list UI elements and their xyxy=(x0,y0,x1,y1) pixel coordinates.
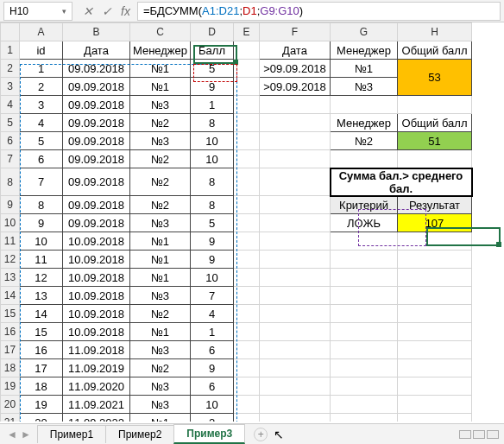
cell[interactable]: №3 xyxy=(331,78,398,96)
cell[interactable]: 09.09.2018 xyxy=(63,168,130,196)
row-header[interactable]: 7 xyxy=(1,150,20,168)
row-header[interactable]: 10 xyxy=(1,214,20,232)
cell[interactable]: 09.09.2018 xyxy=(63,78,130,96)
cell[interactable] xyxy=(260,359,331,377)
cell[interactable] xyxy=(398,359,472,377)
cell[interactable] xyxy=(331,396,398,414)
cell[interactable]: Общий балл xyxy=(398,114,472,132)
cell[interactable]: 2 xyxy=(20,78,63,96)
row-header[interactable]: 3 xyxy=(1,78,20,96)
cell[interactable]: 11.09.2019 xyxy=(63,359,130,377)
cell[interactable] xyxy=(331,287,398,305)
col-header-B[interactable]: B xyxy=(63,23,130,41)
cell[interactable]: 16 xyxy=(20,341,63,359)
cell[interactable]: №1 xyxy=(130,414,191,422)
row-header[interactable]: 2 xyxy=(1,60,20,78)
cell[interactable]: 5 xyxy=(20,132,63,150)
cell[interactable]: №1 xyxy=(130,60,191,78)
cell[interactable] xyxy=(234,168,260,196)
cell[interactable]: 09.09.2018 xyxy=(63,132,130,150)
cell[interactable]: Дата xyxy=(63,41,130,60)
cell[interactable] xyxy=(398,287,472,305)
row-header[interactable]: 9 xyxy=(1,196,20,214)
cell[interactable]: 4 xyxy=(191,305,234,323)
cell[interactable]: 10.09.2018 xyxy=(63,269,130,287)
cell[interactable]: 11.09.2018 xyxy=(63,341,130,359)
cell[interactable] xyxy=(331,251,398,269)
cell[interactable] xyxy=(331,323,398,341)
formula-input[interactable]: =БДСУММ(A1:D21;D1;G9:G10) xyxy=(137,2,501,21)
cell[interactable]: 09.09.2018 xyxy=(63,214,130,232)
cell[interactable] xyxy=(398,305,472,323)
cell[interactable]: 12 xyxy=(20,269,63,287)
cell[interactable]: №1 xyxy=(130,269,191,287)
cell[interactable] xyxy=(398,269,472,287)
cancel-icon[interactable]: ✕ xyxy=(83,4,93,18)
cell[interactable]: 8 xyxy=(191,114,234,132)
cell[interactable] xyxy=(331,341,398,359)
cell[interactable]: №2 xyxy=(331,132,398,150)
cell[interactable] xyxy=(331,96,398,114)
cell[interactable]: 11.09.2020 xyxy=(63,377,130,396)
spreadsheet-grid[interactable]: A B C D E F G H 1 id Дата Менеджер Балл … xyxy=(0,22,473,422)
cell[interactable]: 10.09.2018 xyxy=(63,323,130,341)
cell[interactable]: Менеджер xyxy=(130,41,191,60)
cell[interactable]: №3 xyxy=(130,287,191,305)
cell[interactable]: 09.09.2018 xyxy=(63,114,130,132)
scroll-indicator[interactable] xyxy=(459,430,499,439)
col-header-H[interactable]: H xyxy=(398,23,472,41)
cell[interactable]: 8 xyxy=(191,196,234,214)
cell[interactable]: 8 xyxy=(191,168,234,196)
cell[interactable]: 11 xyxy=(20,251,63,269)
cell[interactable]: 11.09.2022 xyxy=(63,414,130,422)
cell[interactable]: Дата xyxy=(260,41,331,60)
cell[interactable] xyxy=(234,60,260,78)
chevron-down-icon[interactable]: ▾ xyxy=(62,7,66,16)
cell[interactable] xyxy=(398,150,472,168)
cell[interactable] xyxy=(331,414,398,422)
cell[interactable] xyxy=(234,214,260,232)
cell[interactable]: 10 xyxy=(191,269,234,287)
cell[interactable] xyxy=(260,269,331,287)
col-header-C[interactable]: C xyxy=(130,23,191,41)
cell[interactable]: №1 xyxy=(130,323,191,341)
cell[interactable] xyxy=(234,287,260,305)
cell[interactable]: 2 xyxy=(191,414,234,422)
cell[interactable] xyxy=(234,359,260,377)
cell[interactable] xyxy=(331,232,398,251)
cell[interactable]: 09.09.2018 xyxy=(63,150,130,168)
cell[interactable]: 18 xyxy=(20,377,63,396)
cell[interactable]: Результат xyxy=(398,196,472,214)
cell[interactable]: №2 xyxy=(130,168,191,196)
cell[interactable] xyxy=(260,341,331,359)
cell[interactable]: №2 xyxy=(130,114,191,132)
cell[interactable] xyxy=(398,414,472,422)
cell[interactable] xyxy=(260,232,331,251)
cell[interactable]: Общий балл xyxy=(398,41,472,60)
cell[interactable] xyxy=(234,78,260,96)
cell[interactable]: №3 xyxy=(130,214,191,232)
cell[interactable] xyxy=(234,414,260,422)
cell[interactable]: 10 xyxy=(191,396,234,414)
cell[interactable] xyxy=(234,305,260,323)
cell[interactable]: 7 xyxy=(191,287,234,305)
cell[interactable] xyxy=(260,196,331,214)
tab-next-icon[interactable]: ► xyxy=(21,428,31,441)
cell[interactable] xyxy=(234,150,260,168)
col-header-D[interactable]: D xyxy=(191,23,234,41)
cell[interactable] xyxy=(234,269,260,287)
cell[interactable] xyxy=(234,196,260,214)
cell[interactable] xyxy=(398,377,472,396)
sheet-tab[interactable]: Пример2 xyxy=(105,425,174,443)
row-header[interactable]: 14 xyxy=(1,287,20,305)
cell[interactable] xyxy=(260,414,331,422)
cell[interactable] xyxy=(331,269,398,287)
cell-result-53[interactable]: 53 xyxy=(398,60,472,96)
cell[interactable]: 5 xyxy=(191,60,234,78)
cell[interactable]: Балл xyxy=(191,41,234,60)
cell[interactable] xyxy=(234,132,260,150)
cell[interactable] xyxy=(234,396,260,414)
cell[interactable]: №3 xyxy=(130,96,191,114)
select-all-corner[interactable] xyxy=(1,23,20,41)
col-header-E[interactable]: E xyxy=(234,23,260,41)
